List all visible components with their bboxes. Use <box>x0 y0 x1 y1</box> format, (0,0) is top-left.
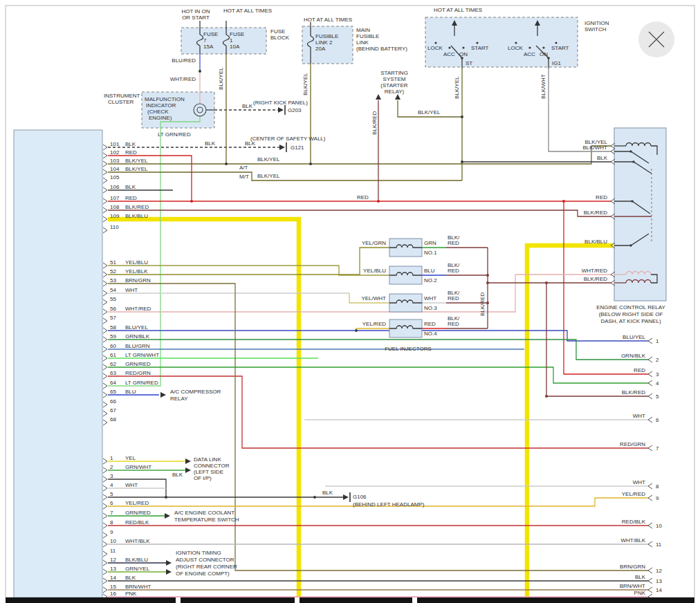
pin-number: 104 <box>110 166 120 172</box>
pin-number: 67 <box>110 407 116 414</box>
wire-label: BLU/YEL <box>623 334 645 340</box>
pin-number: 110 <box>110 224 119 230</box>
relay-title: DASH, AT KICK PANEL) <box>600 318 661 324</box>
wire-label: BLK/YEL <box>218 67 224 90</box>
wire-label: BLK <box>205 140 216 147</box>
pin-number: 64 <box>110 380 116 386</box>
wire-label: WHT <box>125 287 138 293</box>
injector-number: NO.4 <box>424 331 437 337</box>
bottom-bar-gap <box>295 597 300 603</box>
pin-number: 59 <box>110 333 116 340</box>
wire-label: BLK/YEL <box>125 166 148 172</box>
wire-label: BLK/RED <box>479 293 486 316</box>
fuse-block-label: BLOCK <box>270 35 290 41</box>
starter-label: (STARTER <box>380 82 407 89</box>
wire-label: BLK/BLU <box>584 239 607 245</box>
wire-label: GRN/BLK <box>621 353 646 359</box>
pin-number: 3 <box>110 473 113 479</box>
ground-note: (CENTER OF SAFETY WALL) <box>250 136 326 142</box>
wire-label: BLU/GRN <box>125 343 150 349</box>
pin-number: 6 <box>656 417 659 423</box>
injectors-title: FUEL INJECTORS <box>385 346 432 352</box>
wire-label: BLK <box>172 472 183 478</box>
annotation: DATA LINK <box>194 456 221 463</box>
instrument-cluster-label: CLUSTER <box>108 99 134 105</box>
fusible-link-note: LINK <box>356 39 369 46</box>
wire-label: WHT/RED <box>170 76 196 82</box>
close-button[interactable] <box>638 21 674 57</box>
wire-label: BLK <box>242 103 253 109</box>
pin-number: 9 <box>656 495 659 501</box>
pin-number: 5 <box>656 393 659 400</box>
annotation: OF I/P) <box>194 475 212 481</box>
wire-label: BLK/YEL <box>125 158 148 164</box>
wire-label: RED/GRN <box>620 441 645 447</box>
switch-position-label: ACC <box>443 51 455 57</box>
ecm-connector-body <box>14 130 102 597</box>
annotation: A/C ENGINE COOLANT <box>174 510 234 516</box>
wire-label: BLU/RED <box>172 57 196 64</box>
mil-label: ENGINE) <box>149 115 172 121</box>
pin-number: 11 <box>110 548 116 554</box>
wire-label: WHT/BLK <box>620 537 645 544</box>
fusible-link-note: FUSIBLE <box>356 33 379 39</box>
starter-label: RELAY) <box>385 89 405 95</box>
wire-label: RED <box>596 194 607 201</box>
ground-note: (BEHIND LEFT HEADLAMP) <box>353 501 425 508</box>
transmission-label: M/T <box>239 174 249 180</box>
wire-label: BLK/BLU <box>125 213 148 219</box>
wire-label: BLK/YEL <box>454 76 460 99</box>
pin-number: 102 <box>110 149 120 156</box>
fusible-link-note: (BEHIND BATTERY) <box>356 46 407 52</box>
pin-number: 62 <box>110 361 116 367</box>
pin-number: 9 <box>110 529 113 535</box>
mil-label: (CHECK <box>147 109 169 115</box>
power-feed-label: HOT AT ALL TIMES <box>223 8 272 14</box>
wire-label: PNK <box>634 590 646 596</box>
pin-number: 12 <box>656 568 662 574</box>
pin-number: 4 <box>110 482 113 488</box>
wire-label: BLU <box>424 268 435 274</box>
pin-number: 52 <box>110 268 116 275</box>
wire-label: RED <box>448 295 459 302</box>
fusible-link-label: LINK 2 <box>315 39 333 46</box>
pin-number: 3 <box>656 371 659 378</box>
wire-label: LT GRN/RED <box>125 380 158 386</box>
pin-number: 108 <box>110 204 120 210</box>
pin-number: 5 <box>110 491 113 497</box>
pin-number: 15 <box>110 584 116 590</box>
wire-label: GRN/RED <box>125 361 151 367</box>
wire-label: GRN/RED <box>125 510 151 516</box>
wire-label: BLK/RED <box>584 276 607 282</box>
bottom-bar-gap <box>412 597 417 603</box>
wire-label: YEL/BLU <box>363 268 386 274</box>
wire-label: YEL <box>125 455 136 461</box>
annotation: A/C COMPRESSOR <box>170 389 221 395</box>
starter-label: STARTING <box>380 70 408 76</box>
wire-label: RED/BLK <box>622 519 646 525</box>
wire-label: RED/GRN <box>125 370 151 376</box>
pin-number: 8 <box>110 519 113 526</box>
annotation: IGNITION TIMING <box>176 550 221 556</box>
fuse-label: 1 <box>230 37 233 44</box>
pin-number: 14 <box>656 587 662 593</box>
pin-number: 101 <box>110 141 120 147</box>
pin-number: 58 <box>110 324 116 331</box>
wire-label: BLK/WHT <box>582 145 607 151</box>
switch-position-label: ON <box>459 51 468 57</box>
pin-number: 10 <box>656 523 662 529</box>
wire-label: WHT/RED <box>125 306 151 312</box>
wire-label: YEL/RED <box>362 321 386 327</box>
wire-label: RED <box>125 195 137 201</box>
wire-label: BLU <box>125 389 136 395</box>
pin-number: 1 <box>656 338 659 344</box>
wire-label: BLK/YEL <box>257 156 280 163</box>
switch-position-label: LOCK <box>508 45 523 51</box>
wire-label: GRN/BLK <box>125 333 150 340</box>
ground-name: G121 <box>291 145 304 151</box>
switch-position-label: START <box>471 45 489 51</box>
power-feed-label: HOT AT ALL TIMES <box>304 17 352 23</box>
fusible-link-note: MAIN <box>356 27 370 33</box>
ground-name: G106 <box>353 494 367 500</box>
pin-number: 11 <box>656 541 662 548</box>
